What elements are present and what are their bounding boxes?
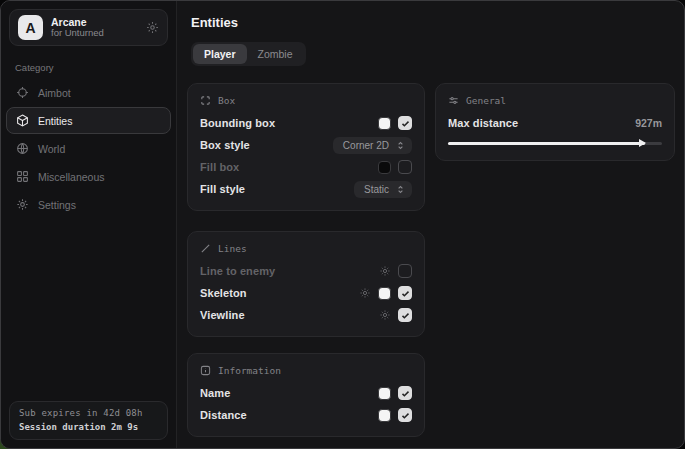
brand-subtitle: for Unturned <box>51 28 138 39</box>
section-title: Lines <box>218 243 247 254</box>
row-label: Skeleton <box>200 287 247 299</box>
row-label: Max distance <box>448 117 518 129</box>
fill-box-checkbox[interactable] <box>398 160 412 174</box>
diagonal-line-icon <box>200 243 211 254</box>
row-label: Bounding box <box>200 117 275 129</box>
row-label: Distance <box>200 409 247 421</box>
session-duration-text: Session duration 2m 9s <box>19 421 158 435</box>
brand-card: A Arcane for Unturned <box>9 9 168 46</box>
skeleton-settings-gear-icon[interactable] <box>359 287 371 299</box>
sidebar-item-label: World <box>38 143 65 155</box>
row-label: Name <box>200 387 230 399</box>
max-distance-value: 927m <box>635 117 662 129</box>
gear-icon <box>16 198 29 211</box>
sidebar-item-aimbot[interactable]: Aimbot <box>6 79 171 106</box>
sidebar-item-miscellaneous[interactable]: Miscellaneous <box>6 163 171 190</box>
section-title: Box <box>218 95 235 106</box>
row-label: Viewline <box>200 309 245 321</box>
info-icon <box>200 365 211 376</box>
slider-fill <box>448 142 645 145</box>
row-box-style: Box style Corner 2D <box>200 134 412 156</box>
viewline-checkbox[interactable] <box>398 308 412 322</box>
sidebar-item-label: Aimbot <box>38 87 71 99</box>
tab-zombie[interactable]: Zombie <box>247 44 304 64</box>
color-swatch[interactable] <box>378 409 391 422</box>
grid-icon <box>16 170 29 183</box>
color-swatch[interactable] <box>378 161 391 174</box>
row-label: Box style <box>200 139 250 151</box>
sidebar-item-world[interactable]: World <box>6 135 171 162</box>
skeleton-checkbox[interactable] <box>398 286 412 300</box>
section-title: Information <box>218 365 281 376</box>
bounding-box-checkbox[interactable] <box>398 116 412 130</box>
max-distance-slider[interactable] <box>448 136 662 150</box>
row-fill-style: Fill style Static <box>200 178 412 200</box>
fill-style-dropdown[interactable]: Static <box>354 181 412 198</box>
slider-track[interactable] <box>448 142 662 145</box>
sidebar: A Arcane for Unturned Category A <box>1 1 177 448</box>
box-corners-icon <box>200 95 211 106</box>
general-card: General Max distance 927m <box>435 83 675 161</box>
box-card: Box Bounding box Box style <box>187 83 425 211</box>
row-label: Fill style <box>200 183 245 195</box>
sub-expiry-text: Sub expires in 42d 08h <box>19 407 158 421</box>
cube-icon <box>16 114 29 127</box>
row-skeleton: Skeleton <box>200 282 412 304</box>
page-title: Entities <box>191 15 675 30</box>
dropdown-value: Static <box>364 184 389 195</box>
chevron-up-down-icon <box>396 185 405 194</box>
row-line-to-enemy: Line to enemy <box>200 260 412 282</box>
entity-tabs: Player Zombie <box>191 42 306 66</box>
category-label: Category <box>15 62 162 73</box>
sliders-icon <box>448 95 459 106</box>
color-swatch[interactable] <box>378 117 391 130</box>
row-bounding-box: Bounding box <box>200 112 412 134</box>
tab-player[interactable]: Player <box>193 44 247 64</box>
sidebar-item-settings[interactable]: Settings <box>6 191 171 218</box>
row-label: Fill box <box>200 161 239 173</box>
information-card: Information Name Distance <box>187 353 425 437</box>
distance-checkbox[interactable] <box>398 408 412 422</box>
line-to-enemy-checkbox[interactable] <box>398 264 412 278</box>
app-window: A Arcane for Unturned Category A <box>0 0 685 449</box>
row-label: Line to enemy <box>200 265 275 277</box>
sidebar-item-label: Miscellaneous <box>38 171 105 183</box>
viewline-settings-gear-icon[interactable] <box>379 309 391 321</box>
row-max-distance: Max distance 927m <box>448 112 662 134</box>
line-settings-gear-icon[interactable] <box>379 265 391 277</box>
sidebar-item-label: Settings <box>38 199 76 211</box>
color-swatch[interactable] <box>378 387 391 400</box>
dropdown-value: Corner 2D <box>343 140 389 151</box>
name-checkbox[interactable] <box>398 386 412 400</box>
row-distance: Distance <box>200 404 412 426</box>
section-title: General <box>466 95 506 106</box>
brand-logo: A <box>18 15 43 40</box>
crosshair-icon <box>16 86 29 99</box>
sidebar-item-label: Entities <box>38 115 72 127</box>
subscription-card: Sub expires in 42d 08h Session duration … <box>9 401 168 440</box>
sync-gear-icon[interactable] <box>146 21 159 34</box>
row-name: Name <box>200 382 412 404</box>
chevron-up-down-icon <box>396 141 405 150</box>
color-swatch[interactable] <box>378 287 391 300</box>
globe-icon <box>16 142 29 155</box>
row-fill-box: Fill box <box>200 156 412 178</box>
row-viewline: Viewline <box>200 304 412 326</box>
sidebar-item-entities[interactable]: Entities <box>6 107 171 134</box>
box-style-dropdown[interactable]: Corner 2D <box>333 137 412 154</box>
main-panel: Entities Player Zombie Box <box>177 1 685 448</box>
lines-card: Lines Line to enemy <box>187 231 425 337</box>
sidebar-nav: Aimbot Entities World <box>1 79 176 218</box>
slider-thumb[interactable] <box>639 139 646 147</box>
